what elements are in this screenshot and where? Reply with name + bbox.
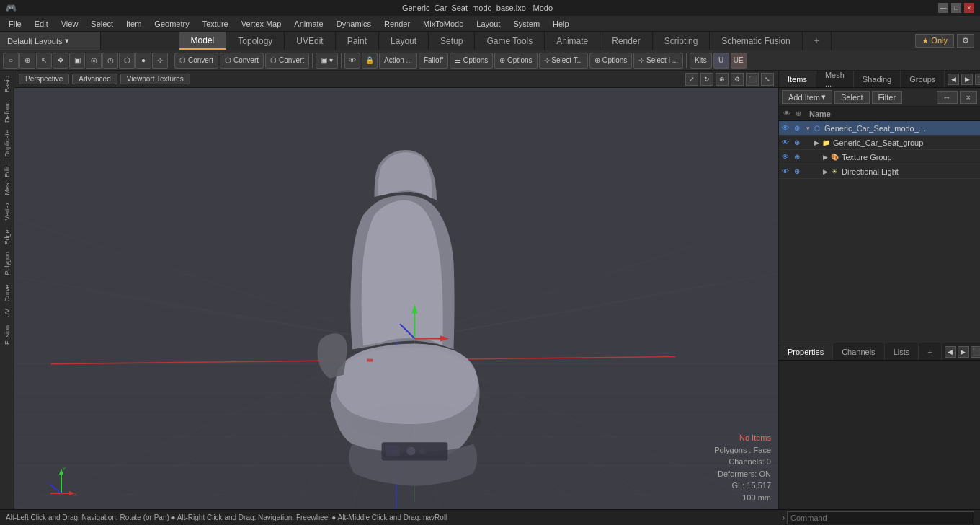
convert-btn-3[interactable]: ⬡ Convert — [265, 53, 309, 69]
tool-clock-btn[interactable]: ◷ — [102, 53, 118, 69]
render-icon-texture[interactable]: ⊕ — [792, 152, 802, 162]
vp-zoom-icon[interactable]: ⊕ — [716, 73, 729, 86]
expand-arrow-texture[interactable]: ▶ — [821, 153, 829, 162]
items-expand-all-btn[interactable]: ↔ — [937, 91, 958, 104]
menu-texture[interactable]: Texture — [197, 18, 234, 30]
falloff-btn[interactable]: Falloff — [419, 53, 448, 69]
settings-button[interactable]: ⚙ — [957, 34, 974, 48]
kits-btn[interactable]: Kits — [690, 53, 712, 69]
tab-setup[interactable]: Setup — [429, 32, 475, 50]
sidebar-tab-basic[interactable]: Basic — [2, 74, 12, 95]
unreal-btn[interactable]: UE — [731, 53, 747, 69]
viewport-container[interactable]: Perspective Advanced Viewport Textures ⤢… — [14, 71, 778, 509]
tab-game-tools[interactable]: Game Tools — [475, 32, 545, 50]
prop-fullscreen[interactable]: ⬛ — [971, 346, 980, 358]
render-icon-group[interactable]: ⊕ — [792, 138, 802, 148]
item-row-root[interactable]: 👁 ⊕ ▾ ⬡ Generic_Car_Seat_modo_... — [779, 121, 980, 136]
perspective-tag[interactable]: Perspective — [19, 74, 69, 84]
select-t-btn[interactable]: ⊹ Select T... — [539, 53, 589, 69]
items-collapse-btn[interactable]: × — [960, 91, 977, 104]
tab-lists[interactable]: Lists — [885, 343, 919, 360]
prop-expand-right[interactable]: ▶ — [958, 346, 969, 358]
tab-render[interactable]: Render — [600, 32, 652, 50]
menu-select[interactable]: Select — [85, 18, 119, 30]
add-item-button[interactable]: Add Item ▾ — [782, 90, 832, 104]
menu-edit[interactable]: Edit — [29, 18, 54, 30]
tool-circle-btn[interactable]: ○ — [3, 53, 19, 69]
menu-render[interactable]: Render — [378, 18, 416, 30]
sidebar-tab-vertex[interactable]: Vertex — [2, 199, 12, 224]
items-expand-left[interactable]: ◀ — [948, 74, 959, 85]
sidebar-tab-deform[interactable]: Deform. — [2, 97, 12, 125]
options-btn-2[interactable]: ⊕ Options — [494, 53, 537, 69]
visibility-icon-texture[interactable]: 👁 — [780, 152, 790, 162]
options-btn-1[interactable]: ☰ Options — [450, 53, 493, 69]
visibility-icon-root[interactable]: 👁 — [780, 123, 790, 133]
lock-btn[interactable]: 🔒 — [362, 53, 378, 69]
tab-add-prop[interactable]: + — [919, 343, 941, 360]
item-row-light[interactable]: 👁 ⊕ ▶ ☀ Directional Light — [779, 164, 980, 179]
advanced-tag[interactable]: Advanced — [72, 74, 117, 84]
menu-dynamics[interactable]: Dynamics — [331, 18, 377, 30]
minimize-button[interactable]: — — [938, 3, 948, 13]
select-i-btn[interactable]: ⊹ Select i ... — [633, 53, 683, 69]
prop-expand-left[interactable]: ◀ — [945, 346, 956, 358]
menu-animate[interactable]: Animate — [288, 18, 329, 30]
menu-system[interactable]: System — [507, 18, 545, 30]
action-btn[interactable]: Action ... — [379, 53, 417, 69]
vp-settings-icon[interactable]: ⚙ — [731, 73, 744, 86]
tab-items[interactable]: Items — [779, 71, 816, 87]
select-button[interactable]: Select — [834, 91, 870, 104]
sidebar-tab-fusion[interactable]: Fusion — [2, 322, 12, 348]
options-btn-3[interactable]: ⊕ Options — [589, 53, 632, 69]
viewport-textures-tag[interactable]: Viewport Textures — [120, 74, 190, 84]
tool-square-btn[interactable]: ▣ — [69, 53, 85, 69]
items-fullscreen-btn[interactable]: ⬛ — [975, 74, 980, 85]
item-row-group[interactable]: 👁 ⊕ ▶ 📁 Generic_Car_Seat_group — [779, 136, 980, 150]
tool-select-btn[interactable]: ✥ — [53, 53, 68, 69]
tab-paint[interactable]: Paint — [336, 32, 379, 50]
menu-view[interactable]: View — [55, 18, 84, 30]
expand-arrow-light[interactable]: ▶ — [821, 167, 829, 176]
vp-maximize-icon[interactable]: ⤢ — [685, 73, 698, 86]
tab-mesh[interactable]: Mesh ... — [816, 71, 854, 87]
tab-animate[interactable]: Animate — [545, 32, 600, 50]
sidebar-tab-uv[interactable]: UV — [2, 306, 12, 321]
tab-topology[interactable]: Topology — [226, 32, 285, 50]
expand-arrow-group[interactable]: ▶ — [812, 138, 821, 147]
render-icon-root[interactable]: ⊕ — [792, 123, 802, 133]
menu-file[interactable]: File — [3, 18, 27, 30]
sidebar-tab-polygon[interactable]: Polygon — [2, 249, 12, 278]
tool-cursor-btn[interactable]: ⊹ — [152, 53, 168, 69]
tab-model[interactable]: Model — [179, 32, 227, 50]
menu-vertex-map[interactable]: Vertex Map — [236, 18, 288, 30]
menu-geometry[interactable]: Geometry — [148, 18, 195, 30]
render-icon-light[interactable]: ⊕ — [792, 167, 802, 177]
vp-expand-icon[interactable]: ⬛ — [746, 73, 759, 86]
tab-add[interactable]: + — [803, 32, 832, 50]
filter-button[interactable]: Filter — [872, 91, 902, 104]
vp-fullscreen-icon[interactable]: ⤡ — [761, 73, 774, 86]
command-input[interactable] — [787, 511, 974, 524]
vp-refresh-icon[interactable]: ↻ — [700, 73, 713, 86]
tab-properties[interactable]: Properties — [779, 343, 833, 360]
eye-btn[interactable]: 👁 — [344, 53, 360, 69]
visibility-icon-light[interactable]: 👁 — [780, 167, 790, 177]
sidebar-tab-curve[interactable]: Curve. — [2, 280, 12, 305]
sidebar-tab-edge[interactable]: Edge. — [2, 225, 12, 248]
tab-channels[interactable]: Channels — [833, 343, 884, 360]
tool-dot-btn[interactable]: ● — [135, 53, 151, 69]
menu-help[interactable]: Help — [547, 18, 575, 30]
sidebar-tab-mesh-edit[interactable]: Mesh Edit. — [2, 162, 12, 198]
only-button[interactable]: ★ Only — [915, 34, 954, 48]
layout-dropdown[interactable]: Default Layouts ▾ — [0, 32, 101, 50]
sidebar-tab-duplicate[interactable]: Duplicate — [2, 127, 12, 160]
convert-btn-2[interactable]: ⬡ Convert — [220, 53, 264, 69]
tab-groups[interactable]: Groups — [901, 71, 945, 87]
menu-layout[interactable]: Layout — [471, 18, 506, 30]
close-button[interactable]: × — [964, 3, 974, 13]
menu-item[interactable]: Item — [120, 18, 147, 30]
tab-layout[interactable]: Layout — [379, 32, 429, 50]
tab-uvedit[interactable]: UVEdit — [285, 32, 335, 50]
items-expand-right[interactable]: ▶ — [961, 74, 973, 85]
